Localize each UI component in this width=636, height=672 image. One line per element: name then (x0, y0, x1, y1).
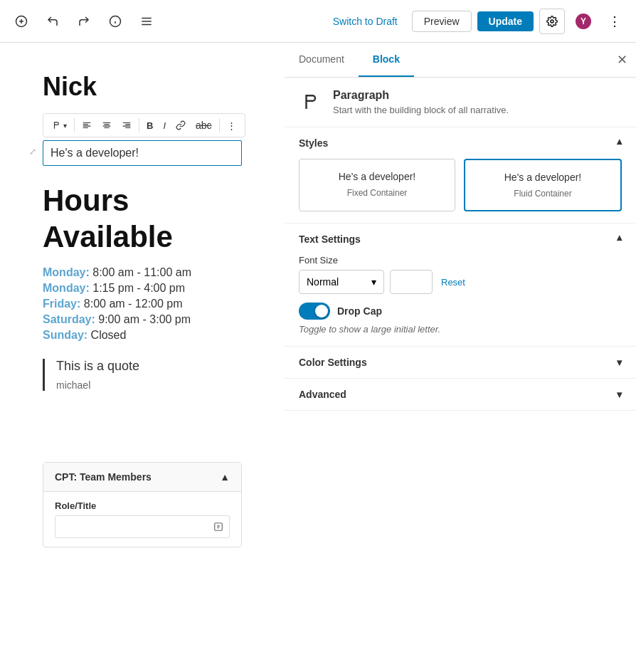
style-fluid-preview: He's a developer! (474, 172, 612, 183)
editor-title[interactable]: Nick (43, 71, 242, 102)
styles-section-content: He's a developer! Fixed Container He's a… (285, 159, 636, 223)
yoast-icon[interactable]: Y (571, 9, 596, 34)
sidebar-tabs: Document Block ✕ (285, 43, 636, 78)
update-button[interactable]: Update (477, 11, 534, 31)
text-settings-section-header[interactable]: Text Settings ▾ (285, 224, 636, 255)
switch-to-draft-button[interactable]: Switch to Draft (324, 11, 406, 31)
more-block-options[interactable]: ⋮ (223, 117, 240, 134)
tab-block[interactable]: Block (359, 43, 414, 77)
style-fluid-label: Fluid Container (474, 189, 612, 199)
align-center-button[interactable] (97, 117, 116, 133)
color-settings-section: Color Settings ▾ (285, 347, 636, 379)
preview-button[interactable]: Preview (412, 11, 472, 32)
svg-text:Y: Y (581, 16, 586, 26)
menu-button[interactable] (134, 9, 159, 34)
font-size-select[interactable]: Normal ▾ (299, 270, 384, 294)
style-fluid-container[interactable]: He's a developer! Fluid Container (464, 159, 622, 211)
cpt-header[interactable]: CPT: Team Members ▲ (43, 463, 241, 492)
right-sidebar: Document Block ✕ Paragraph Start with th… (285, 43, 636, 672)
blockquote-block: This is a quote michael (43, 359, 242, 391)
align-left-button[interactable] (78, 117, 96, 133)
list-item: Monday: 1:15 pm - 4:00 pm (43, 282, 242, 295)
list-item: Friday: 8:00 am - 12:00 pm (43, 298, 242, 310)
block-name: Paragraph (333, 89, 509, 102)
quote-text: This is a quote (56, 359, 242, 374)
inline-toolbar: ▾ B I abc ⋮ (43, 113, 245, 137)
align-right-button[interactable] (117, 117, 136, 133)
list-item: Sunday: Closed (43, 329, 242, 342)
style-fixed-container[interactable]: He's a developer! Fixed Container (299, 159, 455, 211)
top-bar: Switch to Draft Preview Update Y ⋮ (0, 0, 636, 43)
advanced-section-header[interactable]: Advanced ▾ (285, 379, 636, 410)
advanced-section-label: Advanced (299, 389, 346, 400)
font-size-value: Normal (307, 276, 339, 288)
advanced-section: Advanced ▾ (285, 379, 636, 411)
tab-document[interactable]: Document (285, 43, 359, 77)
font-size-label: Font Size (299, 255, 622, 266)
color-settings-chevron-icon: ▾ (617, 357, 622, 368)
settings-button[interactable] (539, 9, 565, 34)
strikethrough-button[interactable]: abc (191, 117, 216, 134)
text-settings-content: Font Size Normal ▾ Reset Drop Cap (285, 255, 636, 346)
advanced-chevron-icon: ▾ (617, 389, 622, 400)
paragraph-block[interactable]: ⤢ He's a developer! (43, 140, 242, 166)
editor-scroll[interactable]: Nick ▾ B I (0, 43, 285, 672)
list-item: Saturday: 9:00 am - 3:00 pm (43, 313, 242, 326)
bold-button[interactable]: B (142, 117, 157, 134)
undo-button[interactable] (40, 9, 65, 34)
font-size-chevron-icon: ▾ (371, 276, 376, 288)
text-settings-chevron-icon: ▾ (617, 233, 622, 245)
role-label: Role/Title (55, 500, 230, 511)
color-settings-label: Color Settings (299, 357, 367, 368)
link-button[interactable] (171, 117, 190, 133)
styles-chevron-icon: ▾ (617, 137, 622, 149)
section-title[interactable]: Hours Available (43, 183, 242, 255)
redo-button[interactable] (71, 9, 97, 34)
block-info: Paragraph Start with the building block … (285, 78, 636, 127)
toggle-knob (315, 305, 328, 317)
editor-wrapper: Nick ▾ B I (0, 43, 285, 672)
style-fixed-label: Fixed Container (308, 188, 446, 198)
drop-cap-row: Drop Cap (299, 303, 622, 320)
cpt-title: CPT: Team Members (55, 471, 152, 483)
cpt-chevron-up-icon: ▲ (220, 471, 230, 483)
style-fixed-preview: He's a developer! (308, 171, 446, 182)
font-size-reset-button[interactable]: Reset (438, 274, 468, 290)
styles-section-header[interactable]: Styles ▾ (285, 127, 636, 159)
drop-cap-hint: Toggle to show a large initial letter. (299, 324, 622, 335)
text-settings-section: Text Settings ▾ Font Size Normal ▾ Reset (285, 224, 636, 347)
quote-author: michael (56, 379, 242, 391)
role-input[interactable] (55, 515, 230, 538)
italic-button[interactable]: I (159, 117, 170, 134)
list-item: Monday: 8:00 am - 11:00 am (43, 266, 242, 279)
cpt-panel: CPT: Team Members ▲ Role/Title (43, 462, 242, 547)
cpt-panel-wrapper: CPT: Team Members ▲ Role/Title (43, 462, 242, 547)
add-button[interactable] (9, 9, 34, 34)
svg-point-9 (551, 20, 553, 23)
text-settings-label: Text Settings (299, 233, 361, 245)
color-settings-header[interactable]: Color Settings ▾ (285, 347, 636, 378)
styles-section: Styles ▾ He's a developer! Fixed Contain… (285, 127, 636, 224)
block-info-text: Paragraph Start with the building block … (333, 89, 509, 115)
main-layout: Nick ▾ B I (0, 43, 636, 672)
info-button[interactable] (102, 9, 128, 34)
font-size-input[interactable] (390, 270, 433, 294)
hours-list: Monday: 8:00 am - 11:00 am Monday: 1:15 … (43, 266, 242, 342)
drop-cap-toggle[interactable] (299, 303, 330, 320)
styles-grid: He's a developer! Fixed Container He's a… (299, 159, 622, 211)
sidebar-close-button[interactable]: ✕ (608, 43, 636, 77)
drag-icon: ⤢ (29, 147, 36, 157)
top-bar-left (9, 9, 159, 34)
top-bar-right: Switch to Draft Preview Update Y ⋮ (324, 9, 627, 34)
drop-cap-label: Drop Cap (337, 305, 382, 317)
paragraph-text: He's a developer! (51, 147, 139, 159)
block-description: Start with the building block of all nar… (333, 105, 509, 115)
styles-section-label: Styles (299, 137, 328, 149)
paragraph-block-icon (299, 89, 324, 115)
cpt-body: Role/Title (43, 492, 241, 547)
paragraph-style-button[interactable]: ▾ (48, 117, 71, 133)
more-options-button[interactable]: ⋮ (602, 9, 627, 34)
font-size-row: Normal ▾ Reset (299, 270, 622, 294)
